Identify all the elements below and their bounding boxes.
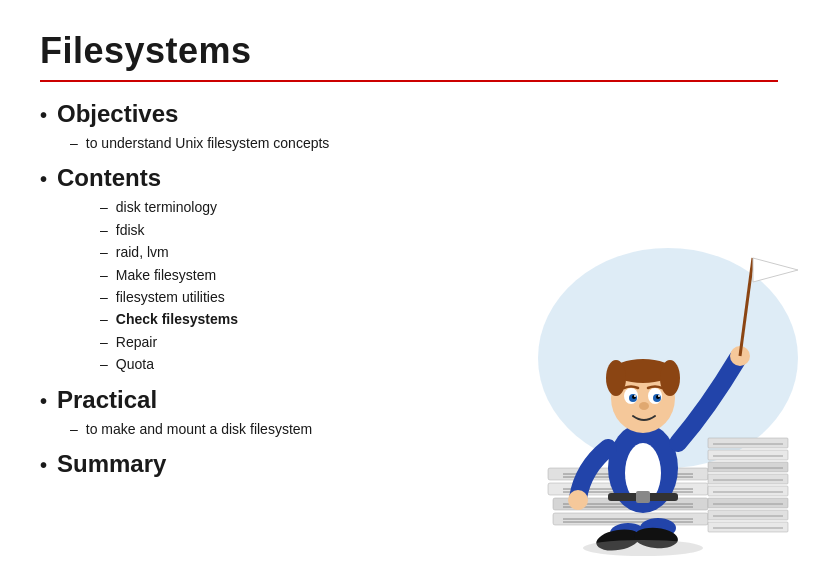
contents-sub-text-7: Repair bbox=[116, 331, 157, 353]
svg-point-42 bbox=[606, 360, 626, 396]
title-divider bbox=[40, 80, 778, 82]
contents-section: • Contents – disk terminology – fdisk – … bbox=[40, 164, 483, 375]
contents-sub-text-6: Check filesystems bbox=[116, 308, 238, 330]
svg-point-51 bbox=[658, 395, 660, 397]
summary-section: • Summary bbox=[40, 450, 483, 478]
dash-icon: – bbox=[100, 219, 108, 241]
objectives-label: Objectives bbox=[57, 100, 178, 128]
contents-sub-7: – Repair bbox=[100, 331, 483, 353]
contents-sub-text-8: Quota bbox=[116, 353, 154, 375]
contents-label: Contents bbox=[57, 164, 161, 192]
illustration bbox=[488, 178, 808, 558]
slide: Filesystems • Objectives – to understand… bbox=[0, 0, 818, 578]
svg-rect-15 bbox=[708, 462, 788, 472]
contents-sub-3: – raid, lvm bbox=[100, 241, 483, 263]
contents-sub-6: – Check filesystems bbox=[100, 308, 483, 330]
objectives-heading: • Objectives bbox=[40, 100, 483, 128]
practical-section: • Practical – to make and mount a disk f… bbox=[40, 386, 483, 440]
summary-label: Summary bbox=[57, 450, 166, 478]
practical-bullet: • bbox=[40, 390, 47, 413]
svg-rect-13 bbox=[708, 438, 788, 448]
svg-point-43 bbox=[660, 360, 680, 396]
svg-point-52 bbox=[639, 402, 649, 410]
svg-rect-20 bbox=[708, 522, 788, 532]
practical-sub-text-1: to make and mount a disk filesystem bbox=[86, 418, 312, 440]
summary-bullet: • bbox=[40, 454, 47, 477]
contents-sub-text-5: filesystem utilities bbox=[116, 286, 225, 308]
dash-icon: – bbox=[100, 196, 108, 218]
dash-icon: – bbox=[100, 264, 108, 286]
dash-icon: – bbox=[100, 308, 108, 330]
practical-label: Practical bbox=[57, 386, 157, 414]
content-area: • Objectives – to understand Unix filesy… bbox=[40, 100, 483, 478]
practical-heading: • Practical bbox=[40, 386, 483, 414]
contents-sub-4: – Make filesystem bbox=[100, 264, 483, 286]
contents-sub-text-4: Make filesystem bbox=[116, 264, 216, 286]
contents-sub-5: – filesystem utilities bbox=[100, 286, 483, 308]
svg-point-37 bbox=[568, 490, 588, 510]
dash-icon: – bbox=[70, 132, 78, 154]
svg-rect-18 bbox=[708, 498, 788, 508]
contents-bullet: • bbox=[40, 168, 47, 191]
objectives-sub-1: – to understand Unix filesystem concepts bbox=[70, 132, 483, 154]
contents-sub-1: – disk terminology bbox=[100, 196, 483, 218]
dash-icon: – bbox=[100, 331, 108, 353]
practical-sub-1: – to make and mount a disk filesystem bbox=[70, 418, 483, 440]
svg-point-54 bbox=[583, 540, 703, 556]
contents-sub-2: – fdisk bbox=[100, 219, 483, 241]
contents-sub-items: – disk terminology – fdisk – raid, lvm –… bbox=[70, 196, 483, 375]
dash-icon: – bbox=[100, 286, 108, 308]
dash-icon: – bbox=[70, 418, 78, 440]
objectives-section: • Objectives – to understand Unix filesy… bbox=[40, 100, 483, 154]
svg-rect-19 bbox=[708, 510, 788, 520]
objectives-sub-text-1: to understand Unix filesystem concepts bbox=[86, 132, 330, 154]
contents-sub-8: – Quota bbox=[100, 353, 483, 375]
svg-point-0 bbox=[538, 248, 798, 468]
svg-rect-17 bbox=[708, 486, 788, 496]
dash-icon: – bbox=[100, 241, 108, 263]
contents-sub-text-1: disk terminology bbox=[116, 196, 217, 218]
contents-sub-text-2: fdisk bbox=[116, 219, 145, 241]
contents-heading: • Contents bbox=[40, 164, 483, 192]
summary-heading: • Summary bbox=[40, 450, 483, 478]
objectives-bullet: • bbox=[40, 104, 47, 127]
slide-title: Filesystems bbox=[40, 30, 778, 72]
contents-sub-text-3: raid, lvm bbox=[116, 241, 169, 263]
dash-icon: – bbox=[100, 353, 108, 375]
svg-rect-36 bbox=[636, 491, 650, 503]
svg-rect-14 bbox=[708, 450, 788, 460]
svg-point-50 bbox=[634, 395, 636, 397]
svg-rect-16 bbox=[708, 474, 788, 484]
